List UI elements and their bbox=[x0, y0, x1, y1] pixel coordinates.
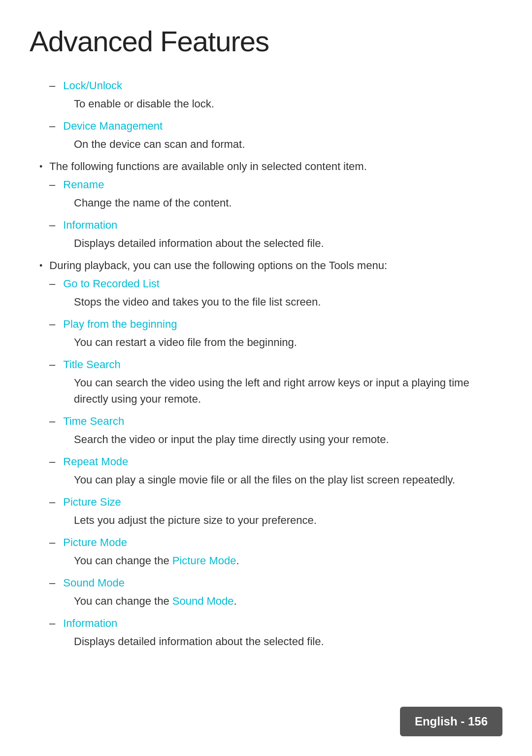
dash-icon: – bbox=[49, 118, 55, 134]
bullet-icon: • bbox=[39, 259, 42, 274]
list-item: – Lock/Unlock bbox=[34, 77, 502, 94]
dash-icon: – bbox=[49, 275, 55, 292]
list-item: – Device Management bbox=[34, 118, 502, 134]
picture-mode-link[interactable]: Picture Mode bbox=[63, 534, 127, 550]
list-item: – Picture Size bbox=[34, 494, 502, 510]
repeat-mode-link[interactable]: Repeat Mode bbox=[63, 453, 128, 470]
sound-mode-inline-link[interactable]: Sound Mode bbox=[172, 595, 234, 607]
list-item: – Information bbox=[34, 615, 502, 631]
list-item: – Rename bbox=[34, 176, 502, 193]
device-management-link[interactable]: Device Management bbox=[63, 118, 163, 134]
dash-icon: – bbox=[49, 176, 55, 193]
content-area: – Lock/Unlock To enable or disable the l… bbox=[30, 77, 502, 650]
following-functions-text: The following functions are available on… bbox=[49, 158, 366, 174]
information-link-2[interactable]: Information bbox=[63, 615, 117, 631]
dash-icon: – bbox=[49, 316, 55, 332]
rename-link[interactable]: Rename bbox=[63, 176, 104, 193]
lock-unlock-link[interactable]: Lock/Unlock bbox=[63, 77, 122, 94]
go-to-recorded-list-desc: Stops the video and takes you to the fil… bbox=[34, 294, 502, 310]
list-item: – Title Search bbox=[34, 356, 502, 373]
play-from-beginning-link[interactable]: Play from the beginning bbox=[63, 316, 177, 332]
list-item: – Picture Mode bbox=[34, 534, 502, 550]
dash-icon: – bbox=[49, 356, 55, 373]
page-title: Advanced Features bbox=[30, 20, 502, 63]
title-search-desc: You can search the video using the left … bbox=[34, 375, 502, 407]
bullet-icon: • bbox=[39, 160, 42, 174]
information-desc-1: Displays detailed information about the … bbox=[34, 235, 502, 251]
dash-icon: – bbox=[49, 615, 55, 631]
sound-mode-link[interactable]: Sound Mode bbox=[63, 575, 125, 591]
repeat-mode-desc: You can play a single movie file or all … bbox=[34, 472, 502, 488]
dash-icon: – bbox=[49, 575, 55, 591]
information-link-1[interactable]: Information bbox=[63, 217, 117, 233]
list-item: • The following functions are available … bbox=[34, 158, 502, 174]
go-to-recorded-list-link[interactable]: Go to Recorded List bbox=[63, 275, 160, 292]
picture-mode-desc: You can change the Picture Mode. bbox=[34, 552, 502, 569]
list-item: – Sound Mode bbox=[34, 575, 502, 591]
device-management-desc: On the device can scan and format. bbox=[34, 136, 502, 152]
dash-icon: – bbox=[49, 77, 55, 94]
list-item: – Go to Recorded List bbox=[34, 275, 502, 292]
dash-icon: – bbox=[49, 494, 55, 510]
list-item: – Information bbox=[34, 217, 502, 233]
page-footer: English - 156 bbox=[400, 707, 502, 736]
dash-icon: – bbox=[49, 413, 55, 429]
time-search-link[interactable]: Time Search bbox=[63, 413, 124, 429]
list-item: – Repeat Mode bbox=[34, 453, 502, 470]
information-desc-2: Displays detailed information about the … bbox=[34, 633, 502, 650]
lock-unlock-desc: To enable or disable the lock. bbox=[34, 96, 502, 112]
picture-size-link[interactable]: Picture Size bbox=[63, 494, 121, 510]
dash-icon: – bbox=[49, 453, 55, 470]
picture-mode-inline-link[interactable]: Picture Mode bbox=[172, 554, 236, 567]
dash-icon: – bbox=[49, 217, 55, 233]
rename-desc: Change the name of the content. bbox=[34, 195, 502, 211]
dash-icon: – bbox=[49, 534, 55, 550]
sound-mode-desc: You can change the Sound Mode. bbox=[34, 593, 502, 609]
list-item: – Time Search bbox=[34, 413, 502, 429]
title-search-link[interactable]: Title Search bbox=[63, 356, 121, 373]
list-item: – Play from the beginning bbox=[34, 316, 502, 332]
play-from-beginning-desc: You can restart a video file from the be… bbox=[34, 334, 502, 350]
during-playback-text: During playback, you can use the followi… bbox=[49, 257, 387, 274]
picture-size-desc: Lets you adjust the picture size to your… bbox=[34, 512, 502, 528]
time-search-desc: Search the video or input the play time … bbox=[34, 431, 502, 447]
list-item: • During playback, you can use the follo… bbox=[34, 257, 502, 274]
